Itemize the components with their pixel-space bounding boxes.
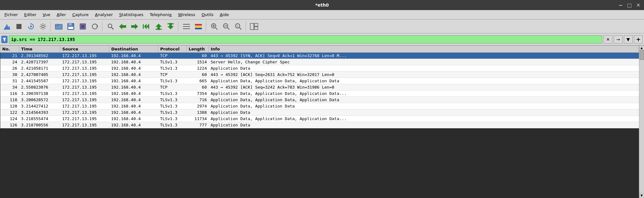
menu-fichier[interactable]: Fichier — [1, 12, 21, 18]
cell-no: 30 — [0, 72, 19, 78]
coloring-rules-button[interactable] — [193, 21, 204, 32]
cell-info: Application Data, Application Data, Appl… — [209, 116, 639, 122]
filter-bar: ✕ → ▼ + — [0, 33, 644, 45]
vertical-scrollbar[interactable]: ▲ ▼ — [639, 45, 644, 198]
zoom-out-button[interactable] — [221, 21, 232, 32]
table-row[interactable]: 1223.214564393172.217.13.195192.168.40.4… — [0, 109, 639, 116]
menu-outils[interactable]: Outils — [198, 12, 217, 18]
filter-dropdown-button[interactable]: ▼ — [624, 35, 633, 44]
zoom-out-icon — [222, 22, 230, 31]
jump-to-start-button[interactable] — [141, 21, 152, 32]
table-row[interactable]: 1183.200628572172.217.13.195192.168.40.4… — [0, 97, 639, 103]
svg-rect-24 — [143, 24, 144, 29]
minimize-button[interactable]: − — [617, 2, 624, 8]
cell-source: 172.217.13.195 — [60, 122, 109, 128]
filter-indicator — [1, 36, 8, 43]
reload-file-button[interactable] — [89, 21, 100, 32]
scroll-up-arrow[interactable]: ▲ — [639, 45, 644, 50]
cell-destination: 192.168.40.4 — [109, 53, 158, 59]
cell-time: 3.218700556 — [19, 122, 60, 128]
find-packet-button[interactable] — [105, 21, 116, 32]
filter-arrow-button[interactable]: → — [614, 35, 623, 44]
gear-icon — [39, 23, 47, 30]
save-file-button[interactable] — [65, 21, 76, 32]
cell-source: 172.217.13.195 — [60, 109, 109, 116]
capture-options-button[interactable] — [37, 21, 49, 32]
cell-length: 1224 — [187, 65, 209, 72]
close-file-button[interactable] — [77, 21, 88, 32]
table-row[interactable]: 1263.218700556172.217.13.195192.168.40.4… — [0, 122, 639, 128]
svg-rect-30 — [167, 23, 174, 24]
svg-marker-50 — [3, 38, 6, 41]
svg-text:1:1: 1:1 — [236, 25, 240, 28]
cell-length: 2974 — [187, 103, 209, 109]
svg-rect-35 — [195, 26, 202, 27]
menu-bar: Fichier Editer Vue Aller Capture Analyse… — [0, 10, 644, 20]
cell-info: Server Hello, Change Cipher Spec — [209, 59, 639, 65]
svg-rect-9 — [69, 23, 72, 26]
cell-time: 2.550823076 — [19, 84, 60, 90]
cell-no: 26 — [0, 65, 19, 72]
start-capture-button[interactable] — [1, 21, 13, 32]
toolbar-separator-5 — [246, 21, 247, 32]
table-row[interactable]: 212.391348562172.217.13.195192.168.40.4T… — [0, 53, 639, 59]
table-row[interactable]: 242.420717397172.217.13.195192.168.40.4T… — [0, 59, 639, 65]
packet-table: No. Time Source Destination Protocol Len… — [0, 45, 639, 128]
table-row[interactable]: 262.421058171172.217.13.195192.168.40.4T… — [0, 65, 639, 72]
cell-destination: 192.168.40.4 — [109, 97, 158, 103]
cell-destination: 192.168.40.4 — [109, 103, 158, 109]
menu-wireless[interactable]: Wireless — [175, 12, 198, 18]
jump-up-button[interactable] — [153, 21, 164, 32]
table-row[interactable]: 312.441545587172.217.13.195192.168.40.4T… — [0, 78, 639, 84]
svg-rect-21 — [131, 25, 135, 28]
table-row[interactable]: 1243.218555474172.217.13.195192.168.40.4… — [0, 116, 639, 122]
menu-telephonie[interactable]: Telephonie — [147, 12, 175, 18]
layout-button[interactable] — [248, 21, 260, 32]
open-file-button[interactable] — [53, 21, 64, 32]
restart-capture-button[interactable] — [25, 21, 37, 32]
reload-icon — [91, 23, 99, 30]
filter-clear-button[interactable]: ✕ — [604, 35, 612, 44]
cell-destination: 192.168.40.4 — [109, 84, 158, 90]
table-row[interactable]: 302.427007405172.217.13.195192.168.40.4T… — [0, 72, 639, 78]
next-packet-button[interactable] — [129, 21, 140, 32]
menu-statistiques[interactable]: Statistiques — [116, 12, 147, 18]
zoom-in-icon — [210, 22, 218, 31]
cell-protocol: TLSv1.3 — [158, 103, 187, 109]
svg-rect-49 — [254, 27, 258, 30]
save-file-icon — [67, 23, 75, 30]
prev-arrow-icon — [118, 23, 127, 30]
menu-aide[interactable]: Aide — [216, 12, 232, 18]
maximize-button[interactable]: □ — [626, 2, 633, 8]
menu-editer[interactable]: Editer — [21, 12, 40, 18]
filter-lines-button[interactable] — [181, 21, 192, 32]
scroll-thumb[interactable] — [640, 50, 644, 60]
zoom-reset-button[interactable]: 1:1 — [233, 21, 244, 32]
cell-destination: 192.168.40.4 — [109, 59, 158, 65]
menu-vue[interactable]: Vue — [39, 12, 53, 18]
cell-destination: 192.168.40.4 — [109, 72, 158, 78]
prev-packet-button[interactable] — [117, 21, 128, 32]
stop-capture-button[interactable] — [13, 21, 25, 32]
toolbar-separator-1 — [50, 21, 52, 32]
scroll-down-arrow[interactable]: ▼ — [639, 193, 644, 198]
menu-aller[interactable]: Aller — [53, 12, 69, 18]
filter-input[interactable] — [9, 35, 602, 44]
table-row[interactable]: 1203.214427412172.217.13.195192.168.40.4… — [0, 103, 639, 109]
jump-down-button[interactable] — [165, 21, 176, 32]
filter-add-button[interactable]: + — [634, 35, 643, 44]
table-row[interactable]: 342.550823076172.217.13.195192.168.40.4T… — [0, 84, 639, 90]
menu-capture[interactable]: Capture — [69, 12, 92, 18]
cell-protocol: TCP — [158, 84, 187, 90]
close-button[interactable]: ✕ — [635, 2, 641, 8]
cell-protocol: TCP — [158, 72, 187, 78]
filter-active-icon — [2, 37, 7, 42]
cell-protocol: TLSv1.3 — [158, 59, 187, 65]
menu-analyser[interactable]: Analyser — [92, 12, 116, 18]
col-protocol: Protocol — [158, 46, 187, 53]
table-row[interactable]: 1163.200397138172.217.13.195192.168.40.4… — [0, 90, 639, 97]
cell-source: 172.217.13.195 — [60, 116, 109, 122]
cell-length: 1388 — [187, 109, 209, 116]
filter-dropdown-icon: ▼ — [627, 37, 630, 42]
zoom-in-button[interactable] — [209, 21, 220, 32]
